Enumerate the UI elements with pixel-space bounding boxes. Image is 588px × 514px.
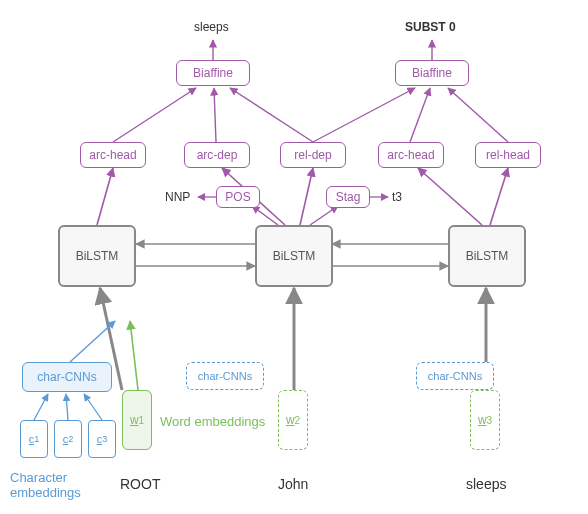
svg-line-27 [66, 394, 68, 420]
svg-line-3 [214, 88, 216, 142]
word-emb-3: w3 [470, 390, 500, 450]
t3-label: t3 [392, 190, 402, 204]
token-root: ROOT [120, 476, 160, 492]
svg-line-8 [97, 168, 113, 225]
svg-line-25 [130, 321, 138, 390]
char-cnns-3: char-CNNs [416, 362, 494, 390]
svg-line-24 [70, 321, 115, 362]
bilstm-1: BiLSTM [58, 225, 136, 287]
svg-line-4 [230, 88, 313, 142]
arc-head-right: arc-head [378, 142, 444, 168]
svg-line-10 [300, 168, 313, 225]
char-c2: c2 [54, 420, 82, 458]
char-c3: c3 [88, 420, 116, 458]
char-cnns-2: char-CNNs [186, 362, 264, 390]
w-sym: w [130, 413, 139, 427]
biaffine-right: Biaffine [395, 60, 469, 86]
w-sym: w [478, 413, 487, 427]
word-emb-1: w1 [122, 390, 152, 450]
output-left: sleeps [194, 20, 229, 34]
svg-line-11 [418, 168, 482, 225]
svg-line-6 [410, 88, 430, 142]
stag-box: Stag [326, 186, 370, 208]
bilstm-2: BiLSTM [255, 225, 333, 287]
svg-line-2 [113, 88, 196, 142]
char-cnns-1: char-CNNs [22, 362, 112, 392]
svg-line-28 [84, 394, 102, 420]
arc-dep: arc-dep [184, 142, 250, 168]
output-right: SUBST 0 [405, 20, 456, 34]
c-sub-1: 1 [34, 434, 39, 444]
svg-line-12 [490, 168, 508, 225]
w-sub-1: 1 [139, 415, 145, 426]
nnp-label: NNP [165, 190, 190, 204]
svg-line-13 [252, 206, 278, 225]
word-emb-2: w2 [278, 390, 308, 450]
token-john: John [278, 476, 308, 492]
svg-line-5 [313, 88, 415, 142]
arc-head-left: arc-head [80, 142, 146, 168]
token-sleeps: sleeps [466, 476, 506, 492]
w-sub-3: 3 [487, 415, 493, 426]
c-sub-3: 3 [102, 434, 107, 444]
w-sym: w [286, 413, 295, 427]
biaffine-left: Biaffine [176, 60, 250, 86]
bilstm-3: BiLSTM [448, 225, 526, 287]
char-c1: c1 [20, 420, 48, 458]
w-sub-2: 2 [295, 415, 301, 426]
rel-head: rel-head [475, 142, 541, 168]
char-emb-label: Character embeddings [10, 470, 81, 500]
svg-line-14 [310, 206, 338, 225]
c-sub-2: 2 [68, 434, 73, 444]
pos-box: POS [216, 186, 260, 208]
word-emb-label: Word embeddings [160, 414, 265, 429]
svg-line-26 [34, 394, 48, 420]
svg-line-7 [448, 88, 508, 142]
rel-dep: rel-dep [280, 142, 346, 168]
